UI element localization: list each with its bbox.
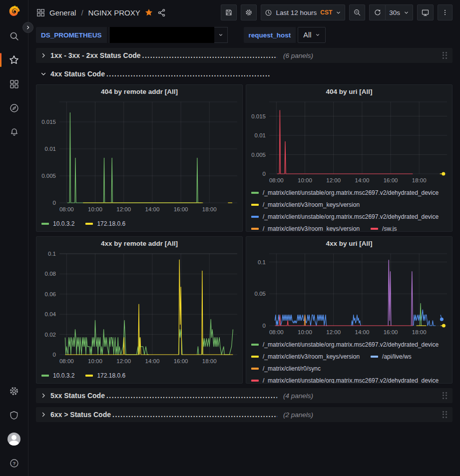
- chevron-down-icon: [40, 71, 46, 77]
- panel-title[interactable]: 404 by remote addr [All]: [36, 85, 242, 98]
- row-leader-dots: ........................................…: [106, 70, 270, 78]
- legend-item[interactable]: /api/live/ws: [371, 353, 412, 360]
- sidebar-item-configuration[interactable]: [0, 379, 28, 403]
- gear-icon: [8, 386, 19, 397]
- row-6xx[interactable]: 6xx > Status Code.......................…: [36, 407, 453, 422]
- refresh-icon: [374, 8, 382, 16]
- request-host-variable-dropdown[interactable]: All: [298, 27, 326, 43]
- series-label: 10.0.3.2: [53, 372, 74, 379]
- chart-legend: /_matrix/client/unstable/org.matrix.msc2…: [246, 338, 452, 383]
- legend-row: /_matrix/client/unstable/org.matrix.msc2…: [251, 375, 452, 383]
- svg-text:12:00: 12:00: [326, 329, 341, 335]
- svg-text:0.04: 0.04: [45, 311, 56, 317]
- time-range-picker[interactable]: Last 12 hours CST: [261, 4, 345, 20]
- chevron-right-icon: [40, 412, 46, 418]
- sidebar-item-starred[interactable]: [0, 48, 28, 72]
- series-label: /_matrix/client/r0/sync: [263, 365, 321, 372]
- zoom-out-time-button[interactable]: [349, 4, 365, 20]
- row-5xx[interactable]: 5xx Status Code.........................…: [36, 388, 453, 403]
- sidebar-item-dashboards[interactable]: [0, 72, 28, 96]
- sidebar-item-help[interactable]: ?: [0, 451, 28, 475]
- legend-item[interactable]: 10.0.3.2: [41, 220, 74, 227]
- series-color-swatch: [371, 356, 378, 358]
- series-color-swatch: [85, 223, 93, 225]
- svg-text:14:00: 14:00: [145, 206, 160, 212]
- legend-item[interactable]: /_matrix/client/unstable/org.matrix.msc2…: [251, 341, 439, 348]
- chevron-right-icon: [40, 52, 46, 58]
- svg-text:?: ?: [12, 461, 15, 466]
- svg-text:14:00: 14:00: [355, 177, 370, 183]
- series-color-swatch: [251, 192, 259, 194]
- svg-text:12:00: 12:00: [116, 206, 131, 212]
- chart-legend: 10.0.3.2172.18.0.6: [36, 217, 242, 230]
- bell-icon: [9, 127, 19, 137]
- grafana-logo[interactable]: [0, 0, 28, 24]
- tv-mode-button[interactable]: [417, 4, 434, 20]
- legend-item[interactable]: /_matrix/client/unstable/org.matrix.msc2…: [251, 189, 439, 196]
- row-leader-dots: ........................................…: [112, 411, 277, 419]
- row-1xx-3xx-2xx[interactable]: 1xx - 3xx - 2xx Status Code.............…: [36, 48, 453, 63]
- drag-handle-icon[interactable]: [442, 51, 449, 59]
- dashboard-settings-button[interactable]: [241, 4, 257, 20]
- drag-handle-icon[interactable]: [442, 392, 449, 400]
- time-range-label: Last 12 hours: [276, 9, 317, 16]
- svg-text:10:00: 10:00: [88, 206, 102, 212]
- svg-text:18:00: 18:00: [202, 206, 217, 212]
- legend-item[interactable]: /_matrix/client/v3/room_keys/version: [251, 225, 360, 231]
- sidebar-item-profile[interactable]: [0, 427, 28, 451]
- row-panel-count: (4 panels): [283, 392, 313, 400]
- chevron-right-icon: [25, 25, 30, 30]
- panel-title[interactable]: 4xx by remote addr [All]: [36, 237, 242, 250]
- row-4xx[interactable]: 4xx Status Code.........................…: [36, 67, 453, 80]
- legend-item[interactable]: 172.18.0.6: [85, 220, 125, 227]
- series-label: 172.18.0.6: [97, 220, 125, 227]
- apps-grid-icon: [36, 8, 45, 17]
- svg-text:0.08: 0.08: [45, 271, 56, 277]
- svg-text:16:00: 16:00: [174, 358, 188, 364]
- legend-item[interactable]: /_matrix/client/unstable/org.matrix.msc2…: [251, 377, 439, 383]
- datasource-variable-dropdown[interactable]: [109, 27, 228, 43]
- panel-title[interactable]: 404 by uri [All]: [246, 85, 452, 98]
- panel-404-by-uri: 404 by uri [All] 08:0010:0012:0014:0016:…: [246, 84, 453, 232]
- legend-item[interactable]: /sw.js: [371, 225, 397, 231]
- svg-text:0.005: 0.005: [41, 173, 56, 179]
- timezone-label: CST: [320, 9, 332, 16]
- series-label: 172.18.0.6: [97, 372, 125, 379]
- panel-title[interactable]: 4xx by uri [All]: [246, 237, 452, 250]
- row-leader-dots: ........................................…: [142, 51, 277, 59]
- sidebar-item-alerting[interactable]: [0, 120, 28, 144]
- zoom-out-icon: [353, 8, 361, 16]
- sidebar-expand-button[interactable]: [22, 22, 33, 33]
- share-icon[interactable]: [157, 8, 166, 17]
- refresh-interval-dropdown[interactable]: 30s: [385, 4, 413, 20]
- legend-row: /_matrix/client/unstable/org.matrix.msc2…: [251, 211, 452, 223]
- dashboard-header: General / NGINX PROXY Last 12 hours CST: [28, 0, 460, 25]
- legend-item[interactable]: 172.18.0.6: [85, 372, 125, 379]
- search-icon: [9, 31, 19, 41]
- svg-text:08:00: 08:00: [59, 206, 74, 212]
- sidebar-item-explore[interactable]: [0, 96, 28, 120]
- favorite-star-icon[interactable]: [144, 8, 153, 17]
- sidebar-item-server-admin[interactable]: [0, 403, 28, 427]
- row-leader-dots: ........................................…: [106, 392, 277, 400]
- save-dashboard-button[interactable]: [221, 4, 237, 20]
- legend-row: 10.0.3.2172.18.0.6: [41, 218, 242, 230]
- refresh-button[interactable]: [369, 4, 385, 20]
- timeseries-chart[interactable]: 08:0010:0012:0014:0016:0018:0000.0050.01…: [36, 98, 242, 215]
- drag-handle-icon[interactable]: [442, 411, 449, 419]
- breadcrumb-dashboard[interactable]: NGINX PROXY: [88, 8, 140, 17]
- breadcrumb-folder[interactable]: General: [49, 8, 76, 17]
- timeseries-chart[interactable]: 08:0010:0012:0014:0016:0018:0000.020.040…: [36, 250, 242, 367]
- legend-item[interactable]: /_matrix/client/v3/room_keys/version: [251, 353, 360, 360]
- more-options-button[interactable]: [438, 4, 453, 20]
- legend-item[interactable]: /_matrix/client/r0/sync: [251, 365, 321, 372]
- timeseries-chart[interactable]: 08:0010:0012:0014:0016:0018:0000.0050.01…: [246, 98, 452, 186]
- legend-item[interactable]: /_matrix/client/unstable/org.matrix.msc2…: [251, 213, 439, 220]
- panel-4xx-by-uri: 4xx by uri [All] 08:0010:0012:0014:0016:…: [246, 236, 453, 384]
- series-label: /_matrix/client/unstable/org.matrix.msc2…: [263, 377, 439, 383]
- legend-item[interactable]: 10.0.3.2: [41, 372, 74, 379]
- legend-item[interactable]: /_matrix/client/v3/room_keys/version: [251, 201, 360, 208]
- timeseries-chart[interactable]: 08:0010:0012:0014:0016:0018:0000.050.1: [246, 250, 452, 338]
- svg-text:0.015: 0.015: [41, 119, 56, 125]
- svg-text:10:00: 10:00: [298, 329, 312, 335]
